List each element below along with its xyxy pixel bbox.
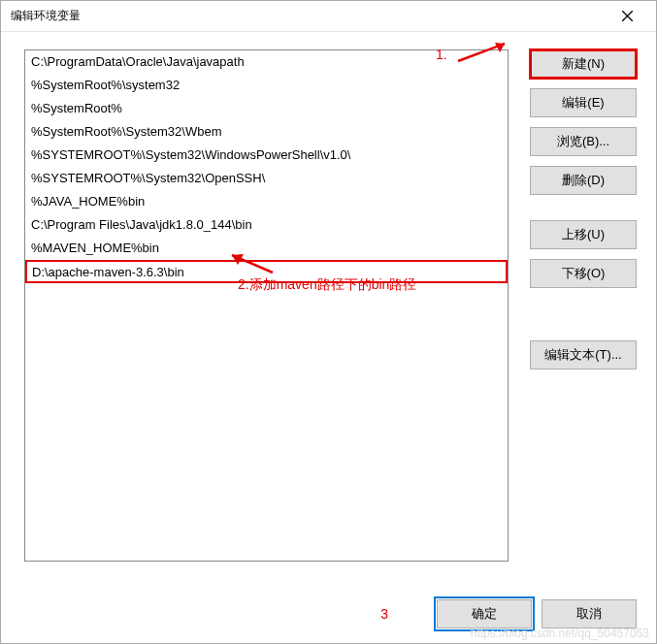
- path-listbox[interactable]: C:\ProgramData\Oracle\Java\javapath %Sys…: [24, 49, 509, 562]
- ok-button[interactable]: 确定: [437, 599, 532, 628]
- dialog-footer: 3 确定 取消: [1, 585, 656, 643]
- cancel-button[interactable]: 取消: [542, 599, 637, 628]
- list-item[interactable]: %SYSTEMROOT%\System32\OpenSSH\: [25, 167, 508, 190]
- dialog-body: C:\ProgramData\Oracle\Java\javapath %Sys…: [1, 32, 656, 585]
- list-item[interactable]: %SystemRoot%: [25, 97, 508, 120]
- window-title: 编辑环境变量: [11, 8, 608, 24]
- new-button[interactable]: 新建(N): [530, 49, 637, 79]
- list-item[interactable]: %SYSTEMROOT%\System32\WindowsPowerShell\…: [25, 144, 508, 167]
- button-column: 新建(N) 编辑(E) 浏览(B)... 删除(D) 上移(U) 下移(O) 编…: [530, 49, 637, 585]
- browse-button[interactable]: 浏览(B)...: [530, 127, 637, 156]
- dialog-window: 编辑环境变量 C:\ProgramData\Oracle\Java\javapa…: [0, 0, 657, 644]
- edit-text-button[interactable]: 编辑文本(T)...: [530, 340, 637, 370]
- titlebar: 编辑环境变量: [1, 1, 656, 32]
- move-up-button[interactable]: 上移(U): [530, 220, 637, 249]
- list-item[interactable]: %MAVEN_HOME%bin: [25, 237, 508, 260]
- list-item[interactable]: C:\ProgramData\Oracle\Java\javapath: [25, 50, 508, 74]
- list-item[interactable]: %JAVA_HOME%bin: [25, 190, 508, 213]
- list-item[interactable]: %SystemRoot%\system32: [25, 74, 508, 97]
- list-item[interactable]: C:\Program Files\Java\jdk1.8.0_144\bin: [25, 213, 508, 237]
- annotation-step3: 3: [380, 606, 388, 622]
- move-down-button[interactable]: 下移(O): [530, 259, 637, 288]
- edit-button[interactable]: 编辑(E): [530, 88, 637, 117]
- close-icon: [622, 11, 633, 21]
- list-item[interactable]: %SystemRoot%\System32\Wbem: [25, 120, 508, 144]
- delete-button[interactable]: 删除(D): [530, 166, 637, 195]
- list-item-editing[interactable]: D:\apache-maven-3.6.3\bin: [25, 260, 508, 283]
- close-button[interactable]: [608, 1, 646, 32]
